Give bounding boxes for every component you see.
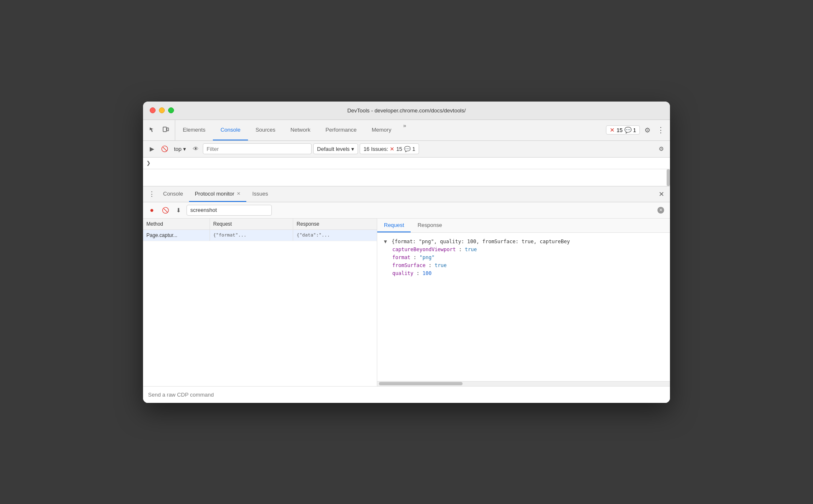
detail-field-format: format : "png"	[392, 254, 663, 262]
console-output	[143, 169, 667, 186]
detail-fields: captureBeyondViewport : true format : "p…	[384, 246, 663, 278]
download-button[interactable]: ⬇	[173, 205, 184, 216]
protocol-monitor: ● 🚫 ⬇ ✕ Method Request Response	[143, 202, 670, 403]
issues-info-icon: 💬	[404, 146, 411, 152]
error-icon: ✕	[610, 127, 615, 133]
devtools-main-toolbar: Elements Console Sources Network Perform…	[143, 120, 670, 141]
raw-command-input[interactable]	[148, 392, 665, 398]
detail-content: ▼ {format: "png", quality: 100, fromSurf…	[377, 233, 670, 381]
toolbar-right: ✕ 15 💬 1 ⚙ ⋮	[603, 120, 670, 140]
device-toolbar-button[interactable]	[160, 124, 171, 136]
panel-tab-protocol-monitor[interactable]: Protocol monitor ✕	[189, 186, 247, 202]
col-method-header: Method	[143, 219, 210, 229]
detail-tab-response[interactable]: Response	[411, 219, 449, 232]
inspect-element-button[interactable]	[146, 124, 158, 136]
close-tab-icon[interactable]: ✕	[237, 191, 240, 196]
console-scrollbar[interactable]	[667, 169, 670, 186]
detail-tab-request[interactable]: Request	[377, 219, 411, 232]
expand-icon[interactable]: ▼	[384, 239, 387, 244]
run-button[interactable]: ▶	[146, 143, 157, 154]
protocol-body: Method Request Response Page.captur... {…	[143, 219, 670, 386]
settings-icon: ⚙	[644, 126, 650, 134]
window-title: DevTools - developer.chrome.com/docs/dev…	[347, 107, 465, 114]
panel-tab-issues[interactable]: Issues	[246, 186, 274, 202]
console-settings-button[interactable]: ⚙	[656, 143, 667, 154]
console-main-area	[143, 169, 670, 186]
row-method: Page.captur...	[143, 230, 210, 241]
more-options-button[interactable]: ⋮	[655, 124, 667, 136]
record-button[interactable]: ●	[146, 205, 157, 216]
traffic-lights	[150, 107, 174, 113]
issues-error-icon: ✕	[390, 146, 394, 152]
errors-badge[interactable]: ✕ 15 💬 1	[606, 125, 640, 135]
filter-input[interactable]	[203, 143, 312, 154]
console-toolbar: ▶ 🚫 top ▾ 👁 Default levels ▾ 16 Issues: …	[143, 141, 670, 158]
protocol-list: Method Request Response Page.captur... {…	[143, 219, 377, 386]
tab-network[interactable]: Network	[283, 120, 318, 140]
tab-console[interactable]: Console	[213, 120, 248, 140]
detail-object-preview: {format: "png", quality: 100, fromSurfac…	[391, 239, 570, 244]
chevron-down-icon: ▾	[183, 146, 186, 152]
title-bar: DevTools - developer.chrome.com/docs/dev…	[143, 102, 670, 120]
panel-close-button[interactable]: ✕	[656, 188, 667, 199]
protocol-list-body: Page.captur... {"format"... {"data":"...	[143, 230, 377, 386]
tab-sources[interactable]: Sources	[248, 120, 283, 140]
info-icon: 💬	[624, 127, 631, 133]
eye-button[interactable]: 👁	[190, 143, 201, 154]
minimize-button[interactable]	[159, 107, 165, 113]
console-scroll-thumb	[667, 169, 670, 186]
tab-performance[interactable]: Performance	[318, 120, 364, 140]
panel-tab-console[interactable]: Console	[157, 186, 189, 202]
context-selector[interactable]: top ▾	[171, 145, 189, 153]
scrollbar-thumb	[379, 382, 463, 385]
detail-field-fromSurface: fromSurface : true	[392, 262, 663, 270]
devtools-tabs: Elements Console Sources Network Perform…	[175, 120, 603, 140]
protocol-list-header: Method Request Response	[143, 219, 377, 230]
issues-badge[interactable]: 16 Issues: ✕ 15 💬 1	[360, 143, 419, 154]
info-count: 1	[633, 127, 636, 133]
detail-field-quality: quality : 100	[392, 270, 663, 277]
search-wrapper: ✕	[187, 205, 667, 216]
levels-button[interactable]: Default levels ▾	[313, 143, 358, 154]
chevron-right-icon: ❯	[146, 160, 151, 166]
horizontal-scrollbar[interactable]	[377, 381, 670, 386]
close-button[interactable]	[150, 107, 156, 113]
bottom-panel: ⋮ Console Protocol monitor ✕ Issues ✕ ● …	[143, 186, 670, 403]
protocol-detail: Request Response ▼ {format: "png", quali…	[377, 219, 670, 386]
chevron-row[interactable]: ❯	[143, 158, 670, 169]
svg-rect-1	[167, 128, 169, 131]
error-count: 15	[616, 127, 622, 133]
detail-object-root[interactable]: ▼ {format: "png", quality: 100, fromSurf…	[384, 238, 663, 246]
panel-tabbar: ⋮ Console Protocol monitor ✕ Issues ✕	[143, 186, 670, 202]
maximize-button[interactable]	[168, 107, 174, 113]
bottom-input-bar	[143, 386, 670, 403]
settings-button[interactable]: ⚙	[642, 124, 653, 136]
protocol-row[interactable]: Page.captur... {"format"... {"data":"...	[143, 230, 377, 241]
svg-rect-0	[163, 127, 166, 132]
protocol-search-input[interactable]	[187, 205, 272, 216]
tab-memory[interactable]: Memory	[364, 120, 399, 140]
row-response: {"data":"...	[293, 230, 377, 241]
devtools-window: DevTools - developer.chrome.com/docs/dev…	[143, 102, 670, 403]
clear-console-button[interactable]: 🚫	[159, 143, 170, 154]
panel-menu-button[interactable]: ⋮	[146, 188, 157, 199]
row-request: {"format"...	[210, 230, 294, 241]
detail-field-captureBeyondViewport: captureBeyondViewport : true	[392, 246, 663, 254]
more-tabs-button[interactable]: »	[399, 120, 411, 132]
col-request-header: Request	[210, 219, 294, 229]
protocol-toolbar: ● 🚫 ⬇ ✕	[143, 202, 670, 219]
search-clear-button[interactable]: ✕	[657, 207, 664, 214]
detail-tabbar: Request Response	[377, 219, 670, 233]
toolbar-left-icons	[143, 120, 175, 140]
tab-elements[interactable]: Elements	[175, 120, 213, 140]
chevron-down-icon: ▾	[351, 146, 354, 152]
col-response-header: Response	[293, 219, 377, 229]
clear-protocol-button[interactable]: 🚫	[160, 205, 171, 216]
